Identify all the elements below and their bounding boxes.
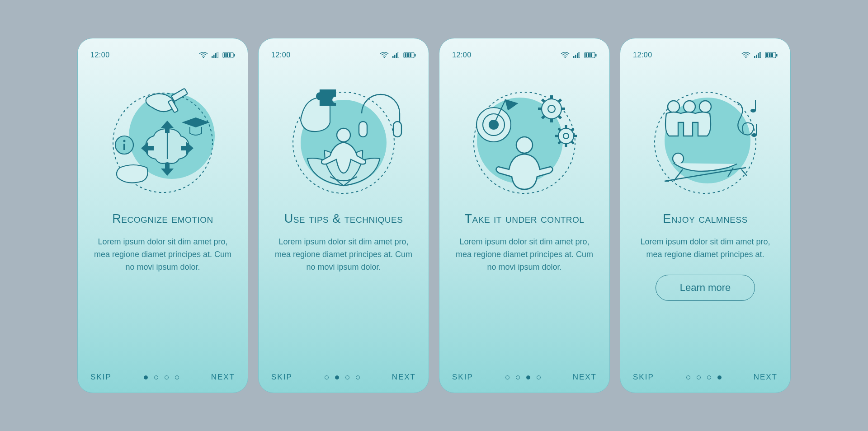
status-icons [741, 52, 778, 58]
svg-rect-41 [590, 53, 592, 57]
dot-3[interactable] [707, 375, 711, 379]
svg-line-56 [559, 116, 561, 118]
status-icons [380, 52, 416, 58]
svg-rect-30 [393, 122, 401, 137]
dot-1[interactable] [144, 375, 148, 379]
svg-rect-24 [405, 53, 406, 57]
svg-point-69 [745, 57, 746, 58]
onboarding-nav: SKIP NEXT [271, 373, 416, 382]
screen-body: Lorem ipsum dolor sit dim amet pro, mea … [271, 236, 416, 274]
dot-1[interactable] [686, 375, 690, 379]
onboarding-screen-1: 12:00 [77, 38, 248, 393]
clock: 12:00 [271, 51, 291, 59]
svg-rect-70 [754, 56, 755, 58]
dot-4[interactable] [175, 375, 179, 379]
skip-button[interactable]: SKIP [90, 373, 112, 382]
svg-rect-73 [760, 52, 761, 58]
svg-rect-4 [217, 52, 218, 58]
svg-line-64 [571, 128, 574, 131]
page-dots [686, 375, 722, 379]
screen-title: Take it under control [452, 212, 597, 226]
onboarding-screen-4: 12:00 [620, 38, 791, 393]
clock: 12:00 [633, 51, 652, 59]
page-dots [505, 375, 541, 379]
svg-point-88 [673, 153, 684, 164]
svg-rect-33 [573, 56, 575, 58]
svg-line-57 [542, 99, 544, 102]
onboarding-nav: SKIP NEXT [633, 373, 778, 382]
svg-rect-16 [123, 144, 125, 150]
control-gears-icon [466, 82, 583, 199]
svg-point-81 [668, 101, 679, 112]
signal-icon [392, 52, 400, 58]
skip-button[interactable]: SKIP [271, 373, 292, 382]
svg-rect-26 [410, 53, 411, 57]
dot-2[interactable] [154, 375, 158, 379]
next-button[interactable]: NEXT [392, 373, 416, 382]
next-button[interactable]: NEXT [573, 373, 597, 382]
wifi-icon [380, 52, 389, 58]
screen-title: Use tips & techniques [271, 212, 416, 226]
onboarding-nav: SKIP NEXT [452, 373, 597, 382]
dot-3[interactable] [165, 375, 169, 379]
illustration [271, 73, 416, 208]
battery-icon [584, 52, 597, 58]
illustration [90, 73, 235, 208]
clock: 12:00 [452, 51, 472, 59]
dot-2[interactable] [335, 375, 339, 379]
svg-rect-39 [585, 53, 587, 57]
page-dots [325, 375, 360, 379]
battery-icon [765, 52, 778, 58]
learn-more-button[interactable]: Learn more [656, 275, 755, 301]
svg-rect-71 [756, 55, 757, 58]
dot-1[interactable] [325, 375, 329, 379]
wifi-icon [199, 52, 208, 58]
onboarding-screen-2: 12:00 [258, 38, 429, 393]
calmness-icon [646, 82, 764, 199]
next-button[interactable]: NEXT [211, 373, 235, 382]
skip-button[interactable]: SKIP [633, 373, 654, 382]
dot-4[interactable] [717, 375, 722, 379]
dot-3[interactable] [345, 375, 349, 379]
next-button[interactable]: NEXT [754, 373, 778, 382]
signal-icon [573, 52, 581, 58]
status-bar: 12:00 [452, 50, 597, 60]
meditation-icon [285, 82, 402, 199]
svg-point-68 [516, 137, 533, 153]
wifi-icon [561, 52, 570, 58]
svg-rect-8 [226, 53, 228, 57]
svg-rect-40 [588, 53, 590, 57]
svg-rect-19 [394, 55, 396, 58]
svg-rect-6 [234, 54, 235, 56]
dot-2[interactable] [697, 375, 701, 379]
svg-rect-35 [577, 53, 578, 58]
phone-stage: 12:00 [77, 38, 791, 393]
dot-3[interactable] [526, 375, 530, 379]
signal-icon [754, 52, 762, 58]
brain-arrows-icon [104, 82, 222, 199]
dot-4[interactable] [537, 375, 541, 379]
dot-2[interactable] [516, 375, 520, 379]
screen-title: Recognize emotion [90, 212, 235, 226]
skip-button[interactable]: SKIP [452, 373, 473, 382]
svg-line-55 [542, 116, 544, 118]
svg-rect-9 [229, 53, 231, 57]
dot-1[interactable] [505, 375, 509, 379]
screen-title: Enjoy calmness [633, 212, 778, 226]
svg-rect-7 [224, 53, 226, 57]
svg-point-82 [684, 101, 695, 112]
svg-line-67 [558, 128, 561, 131]
svg-rect-1 [212, 56, 213, 58]
status-icons [561, 52, 597, 58]
svg-line-66 [571, 141, 574, 144]
svg-point-32 [565, 57, 566, 58]
screen-body: Lorem ipsum dolor sit dim amet pro, mea … [90, 236, 235, 274]
svg-rect-36 [579, 52, 580, 58]
illustration [452, 73, 597, 208]
svg-rect-20 [396, 53, 397, 58]
svg-point-17 [384, 57, 385, 58]
illustration [633, 73, 778, 208]
dot-4[interactable] [356, 375, 360, 379]
svg-rect-85 [755, 100, 756, 111]
onboarding-screen-3: 12:00 [439, 38, 610, 393]
